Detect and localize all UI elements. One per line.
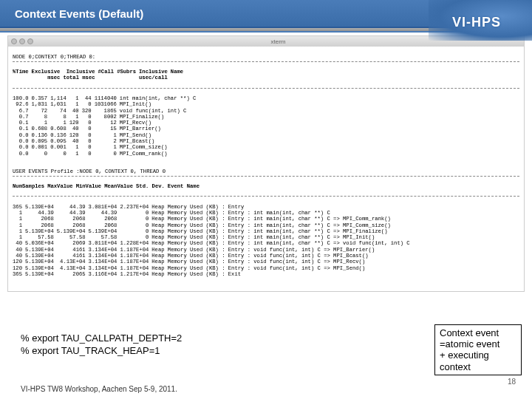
divider bbox=[13, 196, 519, 197]
table-row: 1205.139E+044.13E+043.134E+041.187E+04He… bbox=[13, 265, 413, 271]
table-row: 100.00.3571,1141441114040int main(int, c… bbox=[13, 95, 199, 101]
titlebar-button bbox=[11, 38, 17, 44]
user-events-line: USER EVENTS Profile :NODE 0, CONTEXT 0, … bbox=[13, 168, 166, 174]
table-row: 15.139E+045.139E+045.139E+040Heap Memory… bbox=[13, 228, 413, 234]
profile-table-1: %TimeExclusiveInclusive#Call#SubrsInclus… bbox=[13, 69, 186, 81]
table-row: 0.788108002MPI_Finalize() bbox=[13, 114, 199, 120]
table-row: 157.5857.5857.580Heap Memory Used (KB) :… bbox=[13, 234, 413, 240]
cmd-line: % export TAU_TRACK_HEAP=1 bbox=[21, 345, 182, 358]
table-row: 405.036E+0420693.011E+041.228E+04Heap Me… bbox=[13, 240, 413, 246]
node-line: NODE 0;CONTEXT 0;THREAD 0: bbox=[13, 54, 95, 60]
export-commands: % export TAU_CALLPATH_DEPTH=2 % export T… bbox=[21, 332, 182, 358]
table-row: 0.00.0010.001101MPI_Comm_size() bbox=[13, 144, 199, 150]
table-row: 0.000100MPI_Comm_rank() bbox=[13, 151, 199, 157]
table-row: 12068206820680Heap Memory Used (KB) : En… bbox=[13, 222, 413, 228]
table-row: 0.00.1360.13612001MPI_Send() bbox=[13, 132, 199, 138]
table-header: %TimeExclusiveInclusive#Call#SubrsInclus… bbox=[13, 69, 186, 75]
table-row: 0.111120012MPI_Recv() bbox=[13, 120, 199, 126]
table-row: 3655.139E+0444.393.081E+042.237E+04Heap … bbox=[13, 204, 413, 210]
table-row: 0.10.6080.60840015MPI_Barrier() bbox=[13, 126, 199, 132]
profile-table-1-body: 100.00.3571,1141441114040int main(int, c… bbox=[13, 95, 199, 157]
divider bbox=[13, 88, 519, 89]
slide-title: Context Events (Default) bbox=[15, 7, 143, 20]
page-number: 18 bbox=[508, 378, 516, 386]
profile-table-2-header: NumSamplesMaxValueMinValueMeanValueStd. … bbox=[13, 183, 202, 189]
table-row: 405.139E+0441613.134E+041.187E+04Heap Me… bbox=[13, 253, 413, 259]
callout-line: Context event bbox=[440, 327, 516, 338]
footer-text: VI-HPS TW8 Workshop, Aachen Sep 5-9, 201… bbox=[21, 385, 177, 393]
callout-line: =atomic event bbox=[440, 338, 516, 349]
divider bbox=[13, 176, 519, 177]
table-row: 0.00.0950.0954002MPI_Bcast() bbox=[13, 138, 199, 144]
titlebar-button bbox=[19, 38, 25, 44]
table-row: 1205.139E+044.13E+043.134E+041.187E+04He… bbox=[13, 259, 413, 265]
titlebar-button bbox=[27, 38, 33, 44]
cmd-line: % export TAU_CALLPATH_DEPTH=2 bbox=[21, 332, 182, 345]
table-row: 3655.139E+0420653.116E+041.217E+04Heap M… bbox=[13, 271, 413, 277]
callout-box: Context event =atomic event + executing … bbox=[434, 324, 522, 375]
table-row: 12068206820680Heap Memory Used (KB) : En… bbox=[13, 216, 413, 222]
callout-line: + executing bbox=[440, 349, 516, 361]
table-subheader: msectotal msecusec/call bbox=[13, 75, 186, 81]
table-row: 405.139E+0441613.134E+041.187E+04Heap Me… bbox=[13, 247, 413, 253]
logo-text: VI-HPS bbox=[452, 15, 501, 30]
logo: VI-HPS bbox=[429, 0, 525, 44]
table-row: 92.61,0311,031101031066MPI_Init() bbox=[13, 101, 199, 107]
table-row: 144.3944.3944.390Heap Memory Used (KB) :… bbox=[13, 210, 413, 216]
table-row: 6.77274403201865void func(int, int) C bbox=[13, 108, 199, 114]
divider bbox=[13, 61, 519, 62]
xterm-window: xterm NODE 0;CONTEXT 0;THREAD 0: %TimeEx… bbox=[7, 35, 525, 292]
profile-table-2-body: 3655.139E+0444.393.081E+042.237E+04Heap … bbox=[13, 204, 413, 277]
table-header: NumSamplesMaxValueMinValueMeanValueStd. … bbox=[13, 183, 202, 189]
terminal-output: NODE 0;CONTEXT 0;THREAD 0: %TimeExclusiv… bbox=[8, 47, 524, 291]
callout-line: context bbox=[440, 361, 516, 372]
